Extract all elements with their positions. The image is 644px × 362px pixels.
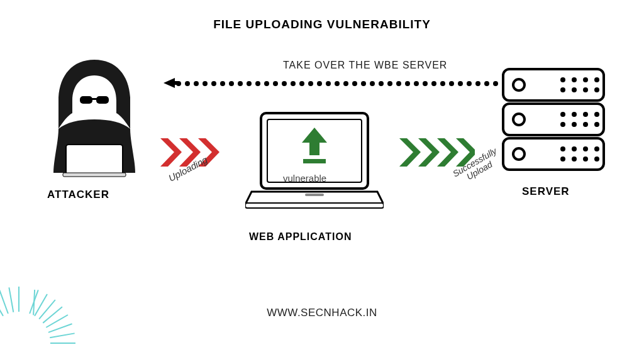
svg-point-34: [572, 146, 577, 151]
svg-rect-8: [245, 203, 384, 208]
svg-line-47: [46, 315, 68, 327]
server-icon: [500, 66, 607, 178]
svg-point-30: [594, 122, 599, 127]
svg-line-51: [9, 287, 13, 312]
svg-line-52: [0, 290, 8, 314]
svg-point-26: [594, 112, 599, 117]
dotted-path: [176, 80, 497, 87]
svg-point-36: [594, 146, 599, 151]
svg-point-15: [583, 77, 588, 82]
attacker-icon: [41, 53, 148, 182]
svg-point-20: [594, 87, 599, 92]
svg-point-39: [583, 156, 588, 162]
svg-point-38: [572, 156, 577, 162]
svg-point-29: [583, 122, 588, 127]
svg-rect-10: [303, 159, 326, 163]
webapp-label: WEB APPLICATION: [249, 231, 352, 243]
svg-point-27: [560, 122, 565, 127]
webapp-icon: [245, 110, 384, 216]
svg-point-35: [583, 146, 588, 151]
svg-point-13: [560, 77, 565, 82]
svg-point-25: [583, 112, 588, 117]
svg-rect-5: [63, 173, 126, 177]
svg-rect-2: [96, 96, 109, 104]
svg-line-48: [48, 324, 72, 332]
svg-rect-21: [503, 104, 604, 135]
svg-rect-4: [66, 145, 123, 176]
svg-point-23: [560, 112, 565, 117]
svg-point-18: [572, 87, 577, 92]
svg-point-24: [572, 112, 577, 117]
svg-rect-3: [91, 98, 97, 100]
svg-point-19: [583, 87, 588, 92]
diagram-title: FILE UPLOADING VULNERABILITY: [213, 18, 431, 31]
svg-line-49: [50, 333, 74, 337]
svg-rect-11: [503, 69, 604, 101]
vulnerable-label: vulnerable: [283, 173, 326, 184]
takeover-label: TAKE OVER THE WBE SERVER: [283, 60, 447, 71]
footer-url: WWW.SECNHACK.IN: [267, 307, 377, 319]
corner-decoration: [0, 287, 75, 362]
svg-point-14: [572, 77, 577, 82]
svg-point-17: [560, 87, 565, 92]
svg-point-40: [594, 156, 599, 162]
svg-point-28: [572, 122, 577, 127]
svg-line-44: [35, 294, 47, 316]
svg-point-33: [560, 146, 565, 151]
attacker-label: ATTACKER: [47, 189, 109, 201]
svg-rect-9: [305, 194, 324, 196]
server-label: SERVER: [522, 185, 570, 198]
svg-line-45: [39, 300, 55, 319]
svg-point-37: [560, 156, 565, 162]
svg-point-16: [594, 77, 599, 82]
svg-rect-31: [503, 138, 604, 170]
svg-rect-1: [80, 96, 92, 104]
svg-line-46: [43, 307, 62, 323]
